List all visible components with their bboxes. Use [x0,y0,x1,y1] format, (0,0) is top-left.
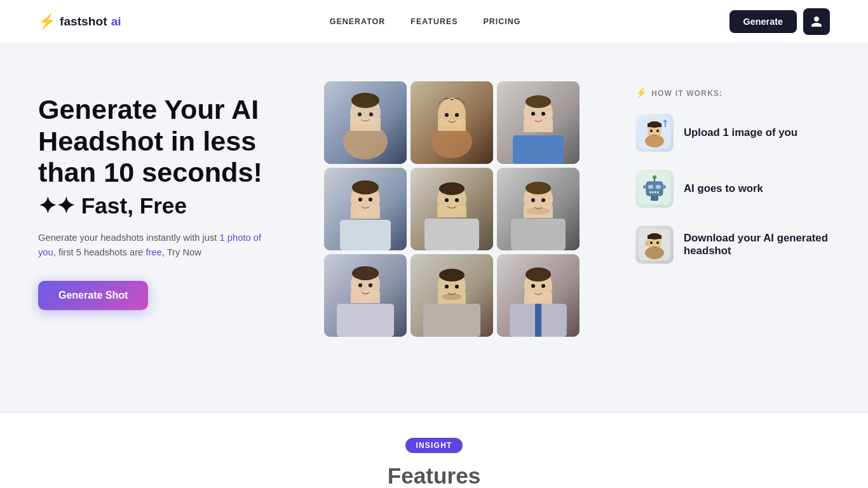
svg-rect-82 [657,191,659,193]
step-ai: AI goes to work [635,170,830,208]
hero-left: Generate Your AI Headshot in less than 1… [38,81,305,310]
nav-features[interactable]: FEATURES [410,17,458,26]
step-upload-icon [635,114,674,152]
svg-point-24 [352,180,379,194]
hero-section: Generate Your AI Headshot in less than 1… [0,43,868,412]
svg-rect-81 [654,191,656,193]
photo-cell-2 [410,81,493,164]
photo-cell-3 [497,81,580,164]
bolt-icon: ⚡ [635,88,648,98]
svg-point-41 [541,198,545,202]
svg-rect-83 [651,196,658,201]
photo-cell-8 [410,254,493,337]
svg-rect-79 [649,191,651,193]
download-headshot-icon [639,229,670,261]
nav-pricing[interactable]: PRICING [484,17,521,26]
svg-rect-21 [340,220,391,250]
svg-rect-73 [646,182,663,196]
svg-point-33 [455,198,459,202]
generate-nav-button[interactable]: Generate [729,10,797,33]
logo-name-suffix: ai [111,15,121,29]
hero-right: ⚡ HOW IT WORKS: [610,81,830,281]
svg-rect-50 [423,304,480,337]
profile-button[interactable] [803,8,830,35]
svg-point-18 [531,112,535,116]
svg-rect-61 [524,292,552,304]
svg-point-70 [650,130,653,132]
navbar: ⚡ fastshot ai GENERATOR FEATURES PRICING… [0,0,868,43]
photo-cell-6 [497,168,580,250]
step-ai-icon [635,170,674,208]
robot-icon [639,173,670,205]
photo-cell-7 [324,254,407,337]
svg-point-40 [531,198,535,202]
svg-point-25 [358,198,362,201]
nav-actions: Generate [729,8,830,35]
step-download-icon [635,226,674,264]
svg-rect-77 [656,185,661,189]
svg-point-5 [358,112,362,116]
svg-point-53 [439,269,465,281]
upload-face-icon [639,117,670,149]
svg-point-88 [645,247,664,259]
svg-point-6 [369,112,373,116]
svg-point-31 [439,182,465,195]
svg-point-92 [656,241,659,244]
svg-point-67 [645,135,664,147]
svg-point-26 [369,198,372,201]
svg-point-11 [445,113,449,117]
svg-rect-3 [350,118,381,131]
nav-generator[interactable]: GENERATOR [330,17,386,26]
svg-point-75 [653,175,656,179]
photo-cell-5 [410,168,493,250]
photo-cell-4 [324,168,407,250]
user-icon [810,15,823,28]
hero-description: Generate your headshots instantly with j… [38,231,267,261]
svg-rect-76 [648,185,653,189]
step-upload: Upload 1 image of you [635,114,830,152]
generate-shot-button[interactable]: Generate Shot [38,281,148,310]
step-ai-text: AI goes to work [684,182,763,195]
svg-point-19 [541,112,545,116]
svg-point-91 [650,241,653,244]
svg-point-46 [352,266,379,280]
svg-point-48 [369,283,372,287]
svg-rect-30 [437,206,466,217]
svg-rect-35 [511,219,566,250]
insight-badge: INSIGHT [405,438,462,453]
svg-point-56 [455,285,459,288]
svg-point-85 [662,185,666,189]
svg-point-47 [358,283,362,287]
svg-point-12 [455,113,459,117]
step-download-text: Download your AI generated headshot [684,232,830,257]
how-it-works-label: ⚡ HOW IT WORKS: [635,88,830,98]
hero-title: Generate Your AI Headshot in less than 1… [38,94,305,220]
step-upload-text: Upload 1 image of you [684,126,797,139]
svg-point-63 [531,284,535,288]
svg-rect-80 [652,191,654,193]
features-section: INSIGHT Features [0,412,868,488]
svg-point-17 [526,95,551,108]
svg-point-64 [541,284,545,288]
features-title: Features [38,463,830,488]
photo-cell-9 [497,254,580,337]
svg-point-32 [445,198,449,202]
svg-rect-69 [648,123,661,127]
step-download: Download your AI generated headshot [635,226,830,264]
logo-bolt-icon: ⚡ [38,13,56,30]
photo-grid [324,81,591,337]
svg-rect-90 [648,235,661,239]
svg-point-62 [526,268,551,281]
logo[interactable]: ⚡ fastshot ai [38,13,121,30]
svg-point-71 [656,130,659,132]
svg-rect-14 [513,135,564,164]
logo-name-prefix: fastshot [60,15,107,29]
svg-rect-28 [424,219,479,250]
svg-point-84 [643,185,647,189]
svg-rect-59 [535,304,541,337]
photo-cell-1 [324,81,407,164]
svg-point-55 [445,285,449,288]
svg-rect-43 [337,304,394,337]
svg-rect-10 [438,119,466,131]
svg-point-38 [526,182,551,194]
